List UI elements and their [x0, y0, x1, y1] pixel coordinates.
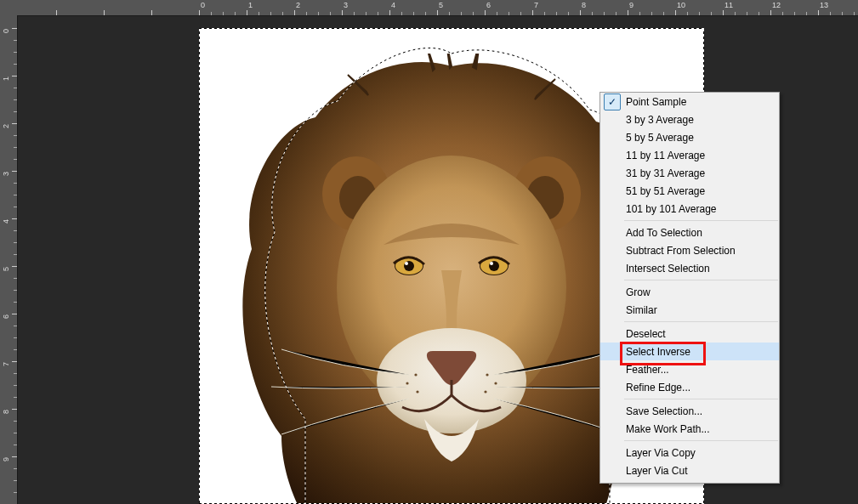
context-menu-item[interactable]: 31 by 31 Average — [600, 164, 779, 182]
ruler-h-minor — [544, 12, 545, 15]
ruler-h-minor — [473, 12, 474, 15]
ruler-v-minor — [14, 290, 17, 291]
ruler-v-minor — [14, 421, 17, 422]
ruler-v-label: 8 — [2, 410, 10, 414]
ruler-corner — [0, 0, 18, 16]
ruler-h-minor — [794, 12, 795, 15]
context-menu-item[interactable]: Make Work Path... — [600, 420, 779, 438]
ruler-h-minor — [747, 12, 747, 15]
ruler-h-minor — [616, 12, 617, 15]
ruler-h-minor — [497, 12, 497, 15]
ruler-h-minor — [223, 12, 224, 15]
context-menu[interactable]: ✓Point Sample3 by 3 Average5 by 5 Averag… — [599, 92, 780, 484]
ruler-h-label: 13 — [820, 1, 828, 9]
ruler-h-label: 11 — [724, 1, 733, 9]
ruler-h-minor — [318, 12, 319, 15]
ruler-h-minor — [259, 12, 259, 15]
context-menu-item-label: 101 by 101 Average — [626, 203, 717, 215]
ruler-h-minor — [782, 12, 783, 15]
svg-point-12 — [490, 262, 493, 265]
ruler-v-minor — [14, 373, 17, 374]
svg-point-15 — [406, 382, 408, 384]
context-menu-item[interactable]: Feather... — [600, 360, 779, 378]
ruler-v-label: 3 — [2, 172, 10, 176]
ruler-v-minor — [14, 349, 17, 350]
context-menu-item[interactable]: Intersect Selection — [600, 259, 779, 277]
ruler-h-label: 9 — [629, 1, 634, 9]
context-menu-item[interactable]: 11 by 11 Average — [600, 146, 779, 164]
context-menu-item-label: Intersect Selection — [626, 263, 710, 275]
ruler-v-label: 5 — [2, 267, 10, 271]
ruler-horizontal[interactable]: 01234567891011121314151617 — [17, 0, 858, 16]
context-menu-item-label: Subtract From Selection — [626, 245, 736, 257]
ruler-v-minor — [14, 468, 17, 469]
context-menu-item-label: Point Sample — [626, 96, 686, 108]
context-menu-item[interactable]: Deselect — [600, 325, 779, 343]
ruler-v-label: 1 — [2, 76, 10, 81]
svg-point-19 — [484, 390, 486, 393]
context-menu-item[interactable]: 101 by 101 Average — [600, 200, 779, 218]
ruler-h-minor — [842, 12, 843, 15]
context-menu-item-label: Select Inverse — [626, 346, 690, 358]
ruler-h-minor — [354, 12, 355, 15]
context-menu-item[interactable]: Select Inverse — [600, 343, 779, 360]
context-menu-item[interactable]: Grow — [600, 283, 779, 301]
ruler-v-minor — [14, 242, 17, 243]
context-menu-item[interactable]: Layer Via Cut — [600, 462, 779, 479]
ruler-h-minor — [449, 12, 450, 15]
ruler-v-minor — [14, 159, 17, 160]
ruler-h-minor — [687, 12, 688, 15]
context-menu-item[interactable]: Similar — [600, 301, 779, 319]
ruler-h-minor — [735, 12, 736, 15]
ruler-v-minor — [14, 302, 17, 303]
context-menu-item[interactable]: Refine Edge... — [600, 378, 779, 396]
ruler-v-minor — [14, 88, 17, 88]
ruler-h-minor — [235, 12, 236, 15]
ruler-v-label: 7 — [2, 362, 10, 366]
ruler-v-label: 4 — [2, 219, 10, 224]
ruler-h-label: 12 — [772, 1, 781, 9]
ruler-h-minor — [663, 12, 664, 15]
ruler-v-minor — [14, 445, 17, 445]
ruler-h-minor — [806, 12, 807, 15]
context-menu-item[interactable]: Save Selection... — [600, 402, 779, 420]
context-menu-item-label: 11 by 11 Average — [626, 150, 705, 161]
ruler-v-minor — [14, 111, 17, 112]
context-menu-item-label: Save Selection... — [626, 405, 702, 417]
context-menu-item[interactable]: 5 by 5 Average — [600, 128, 779, 146]
ruler-v-label: 0 — [2, 29, 10, 33]
svg-point-8 — [405, 262, 408, 265]
ruler-v-minor — [14, 99, 17, 100]
context-menu-item[interactable]: ✓Point Sample — [600, 93, 779, 110]
ruler-v-minor — [14, 480, 17, 481]
ruler-h-label: 0 — [201, 1, 205, 9]
context-menu-item-label: Feather... — [626, 364, 669, 376]
ruler-h-minor — [211, 12, 212, 15]
ruler-h-minor — [425, 12, 426, 15]
context-menu-item[interactable]: Subtract From Selection — [600, 241, 779, 259]
ruler-vertical[interactable]: 01234567890 — [0, 15, 18, 504]
ruler-v-minor — [14, 195, 17, 195]
ruler-h-label: 4 — [391, 1, 395, 9]
ruler-h-label: 7 — [534, 1, 538, 9]
context-menu-separator — [624, 321, 778, 322]
ruler-h-label: 10 — [677, 1, 685, 9]
context-menu-item[interactable]: Layer Via Copy — [600, 444, 779, 462]
ruler-h-minor — [854, 12, 855, 15]
context-menu-item-label: 3 by 3 Average — [626, 114, 694, 126]
context-menu-item[interactable]: 51 by 51 Average — [600, 182, 779, 200]
ruler-h-minor — [306, 12, 307, 15]
ruler-v-minor — [14, 326, 17, 326]
context-menu-item[interactable]: 3 by 3 Average — [600, 110, 779, 128]
svg-point-16 — [416, 390, 418, 393]
ruler-h-minor — [639, 12, 640, 15]
context-menu-item-label: 31 by 31 Average — [626, 167, 705, 179]
ruler-v-minor — [14, 40, 17, 41]
ruler-v-minor — [14, 433, 17, 433]
context-menu-item[interactable]: Add To Selection — [600, 224, 779, 241]
ruler-h-minor — [711, 12, 712, 15]
ruler-h-minor — [461, 12, 462, 15]
context-menu-item-label: 51 by 51 Average — [626, 185, 705, 197]
ruler-v-minor — [14, 397, 17, 398]
context-menu-item-label: Grow — [626, 286, 651, 298]
